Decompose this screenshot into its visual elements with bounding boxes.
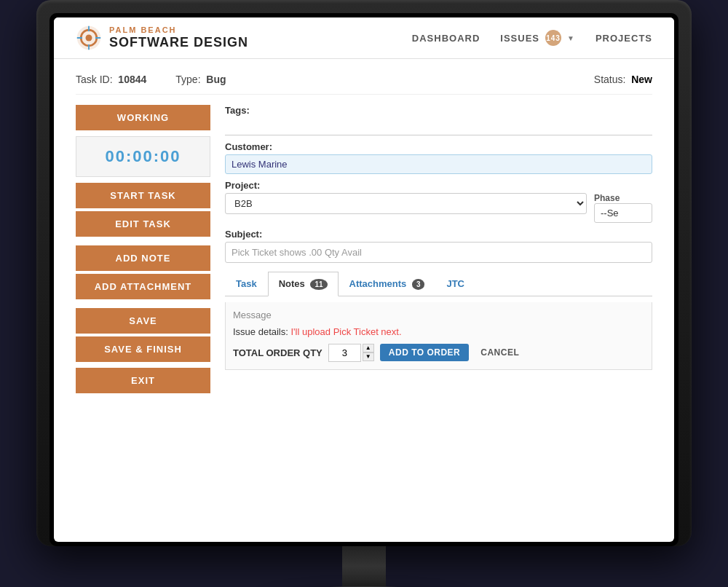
project-select[interactable]: B2B B2C Internal bbox=[225, 193, 587, 214]
tabs-area: Task Notes 11 Attachments 3 JTC bbox=[225, 272, 652, 296]
subject-label: Subject: bbox=[225, 229, 652, 240]
task-status-value: New bbox=[631, 74, 652, 85]
message-highlight: I'll upload Pick Ticket next. bbox=[291, 326, 402, 337]
customer-input[interactable] bbox=[225, 154, 652, 174]
logo-top: PALM BEACH bbox=[109, 25, 248, 35]
right-panel: Tags: Customer: Project: bbox=[225, 105, 652, 396]
logo-bottom: SOFTWARE DESIGN bbox=[109, 35, 248, 51]
start-task-button[interactable]: START TASK bbox=[76, 183, 210, 208]
main-content: Task ID: 10844 Type: Bug Status: New bbox=[54, 59, 674, 542]
phase-label: Phase bbox=[594, 193, 652, 203]
notes-badge: 11 bbox=[310, 279, 327, 290]
app-header: PALM BEACH SOFTWARE DESIGN DASHBOARD ISS… bbox=[54, 17, 674, 59]
add-note-button[interactable]: ADD NOTE bbox=[76, 245, 210, 271]
qty-down-button[interactable]: ▼ bbox=[363, 352, 374, 361]
working-button[interactable]: WORKING bbox=[76, 105, 210, 130]
task-id-value: 10844 bbox=[118, 74, 146, 85]
tags-label: Tags: bbox=[225, 105, 652, 116]
message-text: Issue details: I'll upload Pick Ticket n… bbox=[233, 325, 644, 339]
customer-field: Customer: bbox=[225, 141, 652, 174]
project-row: B2B B2C Internal Phase bbox=[225, 193, 652, 223]
customer-label: Customer: bbox=[225, 141, 652, 152]
message-label: Message bbox=[233, 310, 644, 320]
qty-input[interactable] bbox=[328, 344, 361, 362]
qty-up-button[interactable]: ▲ bbox=[363, 344, 374, 352]
order-row: TOTAL ORDER QTY ▲ ▼ ADD TO ORDER bbox=[233, 344, 644, 362]
save-finish-button[interactable]: SAVE & FINISH bbox=[76, 336, 210, 362]
logo-area: PALM BEACH SOFTWARE DESIGN bbox=[76, 25, 248, 51]
nav-issues[interactable]: ISSUES 143 ▼ bbox=[500, 30, 575, 46]
project-label: Project: bbox=[225, 180, 652, 191]
monitor: PALM BEACH SOFTWARE DESIGN DASHBOARD ISS… bbox=[36, 0, 692, 587]
nav-area: DASHBOARD ISSUES 143 ▼ PROJECTS bbox=[412, 30, 652, 46]
phase-input[interactable] bbox=[594, 203, 652, 223]
content-area: WORKING 00:00:00 START TASK EDIT TASK AD… bbox=[76, 105, 652, 396]
order-label: TOTAL ORDER QTY bbox=[233, 347, 323, 358]
logo-text: PALM BEACH SOFTWARE DESIGN bbox=[109, 25, 248, 51]
tags-input[interactable] bbox=[225, 118, 652, 135]
nav-projects[interactable]: PROJECTS bbox=[596, 33, 652, 44]
svg-point-2 bbox=[86, 35, 92, 42]
issues-badge: 143 bbox=[545, 30, 561, 46]
monitor-neck bbox=[342, 546, 386, 586]
tab-attachments[interactable]: Attachments 3 bbox=[339, 272, 436, 296]
project-field: Project: B2B B2C Internal Phase bbox=[225, 180, 652, 223]
attachments-badge: 3 bbox=[412, 279, 425, 290]
subject-input[interactable] bbox=[225, 242, 652, 263]
add-attachment-button[interactable]: ADD ATTACHMENT bbox=[76, 274, 210, 299]
cancel-button[interactable]: CANCEL bbox=[475, 344, 525, 361]
nav-dashboard[interactable]: DASHBOARD bbox=[412, 33, 480, 44]
task-id: Task ID: 10844 bbox=[76, 74, 146, 85]
exit-button[interactable]: EXIT bbox=[76, 368, 210, 393]
left-panel: WORKING 00:00:00 START TASK EDIT TASK AD… bbox=[76, 105, 210, 396]
timer-display: 00:00:00 bbox=[76, 136, 210, 177]
tab-notes[interactable]: Notes 11 bbox=[268, 272, 339, 296]
add-to-order-button[interactable]: ADD TO ORDER bbox=[380, 344, 469, 361]
qty-spinner: ▲ ▼ bbox=[363, 344, 374, 361]
tags-field: Tags: bbox=[225, 105, 652, 135]
issues-dropdown-icon: ▼ bbox=[567, 34, 575, 42]
save-button[interactable]: SAVE bbox=[76, 308, 210, 334]
task-status: Status: New bbox=[594, 74, 652, 85]
subject-field: Subject: bbox=[225, 229, 652, 263]
logo-icon bbox=[76, 25, 102, 51]
edit-task-button[interactable]: EDIT TASK bbox=[76, 211, 210, 237]
task-type: Type: Bug bbox=[175, 74, 226, 85]
tab-content: Message Issue details: I'll upload Pick … bbox=[225, 302, 652, 370]
task-meta: Task ID: 10844 Type: Bug Status: New bbox=[76, 68, 652, 95]
tab-task[interactable]: Task bbox=[225, 272, 268, 296]
tab-jtc[interactable]: JTC bbox=[435, 272, 475, 296]
task-type-value: Bug bbox=[206, 74, 226, 85]
